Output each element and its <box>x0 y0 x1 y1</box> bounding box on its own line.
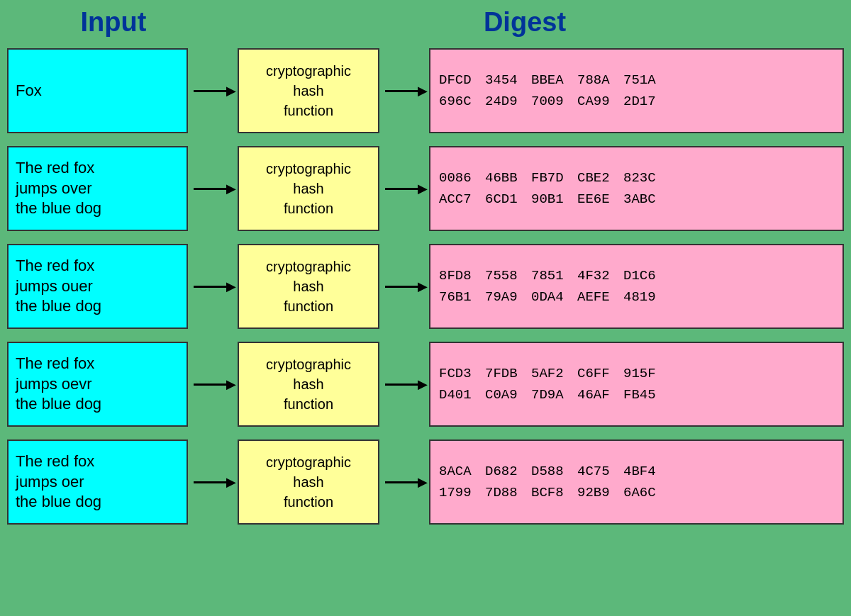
hash-box-5: cryptographichashfunction <box>238 439 379 525</box>
hash-box-2: cryptographichashfunction <box>238 146 379 231</box>
digest-box-2: 0086 46BB FB7D CBE2 823C ACC7 6CD1 90B1 … <box>429 146 844 231</box>
diagram-row-5: The red foxjumps oerthe blue dog cryptog… <box>7 436 844 528</box>
input-box-2: The red foxjumps overthe blue dog <box>7 146 188 231</box>
diagram-row-3: The red foxjumps ouerthe blue dog crypto… <box>7 240 844 332</box>
header-row: Input Digest <box>0 0 851 41</box>
digest-box-1: DFCD 3454 BBEA 788A 751A 696C 24D9 7009 … <box>429 48 844 133</box>
diagram-row-2: The red foxjumps overthe blue dog crypto… <box>7 142 844 235</box>
rows-container: Fox cryptographichashfunction DFCD 3454 … <box>0 41 851 537</box>
diagram-row-1: Fox cryptographichashfunction DFCD 3454 … <box>7 45 844 137</box>
digest-box-5: 8ACA D682 D588 4C75 4BF4 1799 7D88 BCF8 … <box>429 439 844 525</box>
diagram-row-4: The red foxjumps oevrthe blue dog crypto… <box>7 338 844 430</box>
input-header: Input <box>14 7 213 38</box>
hash-box-1: cryptographichashfunction <box>238 48 379 133</box>
hash-box-3: cryptographichashfunction <box>238 244 379 329</box>
hash-box-4: cryptographichashfunction <box>238 342 379 427</box>
digest-header: Digest <box>213 7 837 38</box>
input-box-3: The red foxjumps ouerthe blue dog <box>7 244 188 329</box>
input-box-5: The red foxjumps oerthe blue dog <box>7 439 188 525</box>
digest-box-4: FCD3 7FDB 5AF2 C6FF 915F D401 C0A9 7D9A … <box>429 342 844 427</box>
input-box-1: Fox <box>7 48 188 133</box>
digest-box-3: 8FD8 7558 7851 4F32 D1C6 76B1 79A9 0DA4 … <box>429 244 844 329</box>
input-box-4: The red foxjumps oevrthe blue dog <box>7 342 188 427</box>
